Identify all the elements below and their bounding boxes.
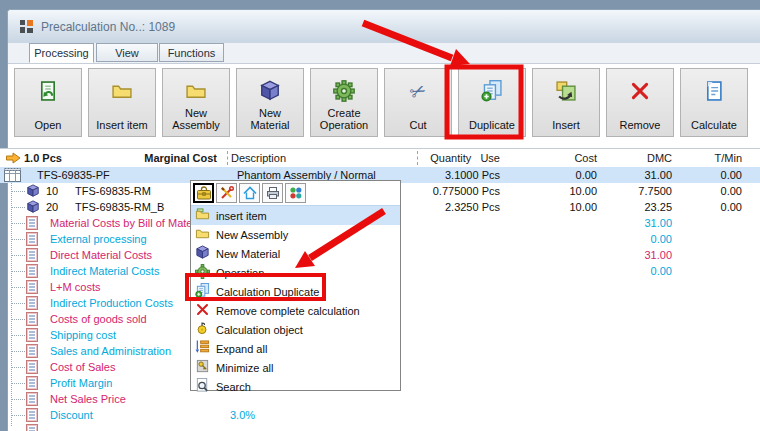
printer-icon[interactable] xyxy=(262,183,283,203)
table-row-cost-category[interactable] xyxy=(0,423,760,431)
folder-icon xyxy=(185,78,207,104)
cost-category-label: Discount xyxy=(50,409,93,421)
row-tmin: 0.00 xyxy=(721,199,742,215)
row-quantity: 0.775000 Pcs xyxy=(433,183,500,199)
menu-item-label: New Material xyxy=(216,248,280,260)
cost-category-label: Shipping cost xyxy=(50,329,116,341)
row-dmc: 7.7500 xyxy=(638,183,672,199)
list-icon xyxy=(26,424,39,431)
menu-item-label: insert item xyxy=(216,210,267,222)
folder-icon xyxy=(195,207,210,224)
cost-category-label: Direct Material Costs xyxy=(50,249,152,261)
insert-paste-icon xyxy=(555,78,577,104)
header-cost: Cost xyxy=(574,149,597,167)
cost-category-label: Profit Margin xyxy=(50,377,112,389)
menu-item-minimize-all[interactable]: Minimize all xyxy=(191,358,400,377)
minimize-all-icon xyxy=(195,359,210,376)
remove-button-label: Remove xyxy=(618,119,663,131)
remove-button[interactable]: Remove xyxy=(606,68,674,137)
cost-category-label: Net Sales Price xyxy=(50,393,126,405)
column-separator xyxy=(417,151,418,165)
insert-button[interactable]: Insert xyxy=(532,68,600,137)
briefcase-icon[interactable] xyxy=(193,183,214,203)
open-button-label: Open xyxy=(33,119,64,131)
table-row-cost-category[interactable]: Discount 3.0% xyxy=(0,407,760,423)
header-pcs: 1.0 Pcs xyxy=(24,149,62,167)
folder-icon xyxy=(111,78,133,104)
new-material-button[interactable]: New Material xyxy=(236,68,304,137)
menu-item-expand-all[interactable]: Expand all xyxy=(191,339,400,358)
open-button[interactable]: Open xyxy=(14,68,82,137)
create-operation-button-label: Create Operation xyxy=(311,107,377,131)
row-dmc: 31.00 xyxy=(644,249,672,261)
cost-category-label: Indirect Material Costs xyxy=(50,265,159,277)
insert-item-button[interactable]: Insert item xyxy=(88,68,156,137)
grid-header: 1.0 Pcs Marginal Cost Description Quanti… xyxy=(0,148,760,168)
tools-icon[interactable] xyxy=(216,183,237,203)
gear-icon xyxy=(333,78,355,104)
tab-processing[interactable]: Processing xyxy=(29,43,94,63)
tab-view[interactable]: View xyxy=(96,43,158,62)
colors-icon[interactable] xyxy=(285,183,306,203)
menu-item-operation[interactable]: Operation xyxy=(191,263,400,282)
menu-item-new-material[interactable]: New Material xyxy=(191,244,400,263)
header-quantity-use: Quantity Use xyxy=(430,149,500,167)
menu-item-new-assembly[interactable]: New Assembly xyxy=(191,225,400,244)
calculate-button-label: Calculate xyxy=(689,119,739,131)
red-x-icon xyxy=(195,302,210,319)
tab-functions[interactable]: Functions xyxy=(159,43,224,62)
insert-item-button-label: Insert item xyxy=(94,119,149,131)
menu-item-label: New Assembly xyxy=(216,229,288,241)
menu-item-label: Calculation object xyxy=(216,324,303,336)
header-dmc: DMC xyxy=(647,149,672,167)
ribbon-tabstrip: Processing View Functions xyxy=(8,43,760,64)
row-tmin: 0.00 xyxy=(721,183,742,199)
red-x-icon xyxy=(629,78,651,104)
cost-category-label: L+M costs xyxy=(50,281,100,293)
cube-icon xyxy=(259,78,281,104)
calculate-button[interactable]: Calculate xyxy=(680,68,748,137)
calculate-icon xyxy=(703,78,725,104)
duplicate-icon xyxy=(481,78,503,104)
row-cost: 10.00 xyxy=(569,199,597,215)
row-dmc: 23.25 xyxy=(644,199,672,215)
toolbar: Open Insert item New Assembly xyxy=(14,68,748,137)
row-tmin: 0.00 xyxy=(721,167,742,183)
search-icon xyxy=(195,378,210,395)
home-icon[interactable] xyxy=(239,183,260,203)
cost-category-label: Costs of goods sold xyxy=(50,313,147,325)
cut-button-label: Cut xyxy=(407,119,428,131)
menu-item-search[interactable]: Search xyxy=(191,377,400,396)
duplicate-button-label: Duplicate xyxy=(467,119,517,131)
menu-item-label: Operation xyxy=(216,267,264,279)
menu-item-calculation-duplicate[interactable]: Calculation Duplicate xyxy=(191,282,400,301)
menu-item-label: Calculation Duplicate xyxy=(216,286,319,298)
menu-item-remove-complete-calculation[interactable]: Remove complete calculation xyxy=(191,301,400,320)
menu-item-calculation-object[interactable]: Calculation object xyxy=(191,320,400,339)
menu-item-insert-item[interactable]: insert item xyxy=(191,206,400,225)
position-number: 20 xyxy=(46,199,58,215)
create-operation-button[interactable]: Create Operation xyxy=(310,68,378,137)
menu-item-label: Expand all xyxy=(216,343,267,355)
row-cost: 10.00 xyxy=(569,183,597,199)
row-quantity: 3.1000 Pcs xyxy=(445,167,500,183)
app-logo-icon xyxy=(19,19,34,34)
row-quantity: 2.3250 Pcs xyxy=(445,199,500,215)
expand-all-icon xyxy=(195,340,210,357)
duplicate-button[interactable]: Duplicate xyxy=(458,68,526,137)
window-titlebar: Precalculation No..: 1089 xyxy=(8,10,760,43)
cut-button[interactable]: ✂ Cut xyxy=(384,68,452,137)
row-dmc: 0.00 xyxy=(651,265,672,277)
header-description: Description xyxy=(231,149,286,167)
menu-item-label: Remove complete calculation xyxy=(216,305,360,317)
cost-category-label: External processing xyxy=(50,233,147,245)
screenshot-root: Precalculation No..: 1089 Processing Vie… xyxy=(0,0,760,431)
cost-category-label: Sales and Administration xyxy=(50,345,171,357)
folder-icon xyxy=(195,226,210,243)
header-marginal-cost: Marginal Cost xyxy=(144,149,217,167)
cube-icon xyxy=(195,245,210,262)
new-assembly-button[interactable]: New Assembly xyxy=(162,68,230,137)
part-number: TFS-69835-RM xyxy=(75,183,151,199)
position-number: 10 xyxy=(46,183,58,199)
object-icon xyxy=(195,321,210,338)
